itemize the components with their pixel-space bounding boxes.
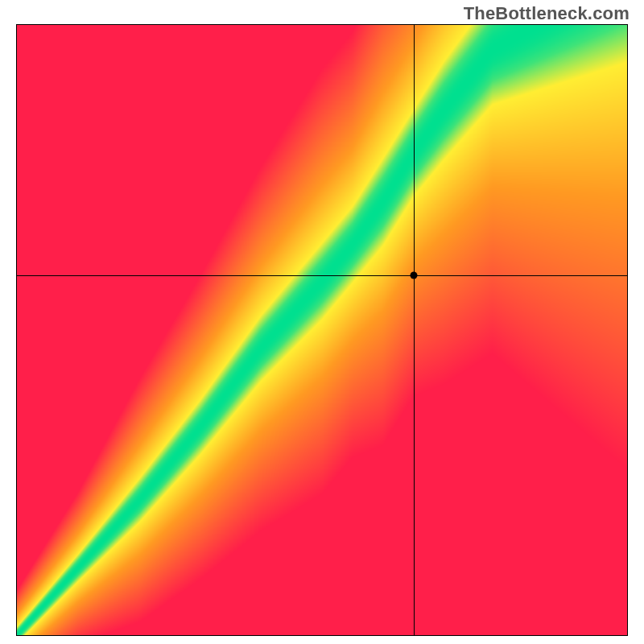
watermark-text: TheBottleneck.com: [464, 3, 630, 24]
chart-container: TheBottleneck.com: [0, 0, 644, 644]
heatmap-canvas: [17, 25, 627, 635]
plot-area: [16, 24, 628, 636]
